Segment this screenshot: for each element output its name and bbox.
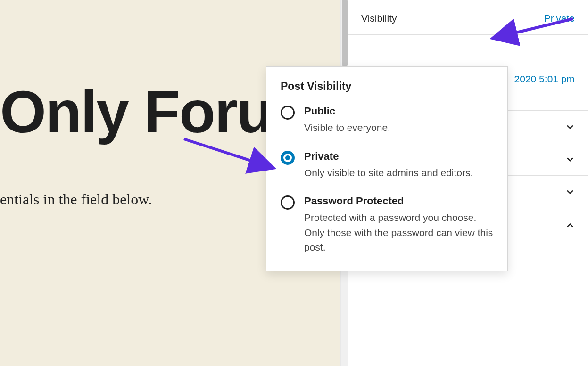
visibility-row: Visibility Private: [348, 2, 588, 35]
option-description: Protected with a password you choose. On…: [304, 210, 493, 255]
visibility-option-password[interactable]: Password Protected Protected with a pass…: [281, 195, 493, 255]
chevron-down-icon: [565, 187, 575, 196]
chevron-down-icon: [565, 155, 575, 164]
chevron-down-icon: [565, 122, 575, 131]
publish-datetime-link[interactable]: 2020 5:01 pm: [514, 73, 575, 85]
popover-heading: Post Visibility: [281, 80, 493, 93]
post-visibility-popover: Post Visibility Public Visible to everyo…: [266, 66, 508, 271]
vertical-scrollbar-thumb[interactable]: [342, 0, 348, 66]
post-body-text[interactable]: entials in the field below.: [0, 191, 152, 208]
visibility-value-link[interactable]: Private: [544, 13, 575, 24]
option-title: Public: [304, 105, 390, 117]
option-description: Only visible to site admins and editors.: [304, 165, 473, 180]
option-title: Password Protected: [304, 195, 493, 207]
visibility-option-public[interactable]: Public Visible to everyone.: [281, 105, 493, 135]
post-title[interactable]: Only Foru: [0, 78, 272, 146]
visibility-option-private[interactable]: Private Only visible to site admins and …: [281, 150, 493, 180]
radio-icon: [281, 106, 295, 120]
option-description: Visible to everyone.: [304, 120, 390, 135]
option-title: Private: [304, 150, 473, 163]
visibility-label: Visibility: [361, 13, 397, 24]
chevron-up-icon: [565, 220, 575, 230]
radio-icon: [281, 195, 295, 210]
radio-icon: [281, 151, 295, 165]
